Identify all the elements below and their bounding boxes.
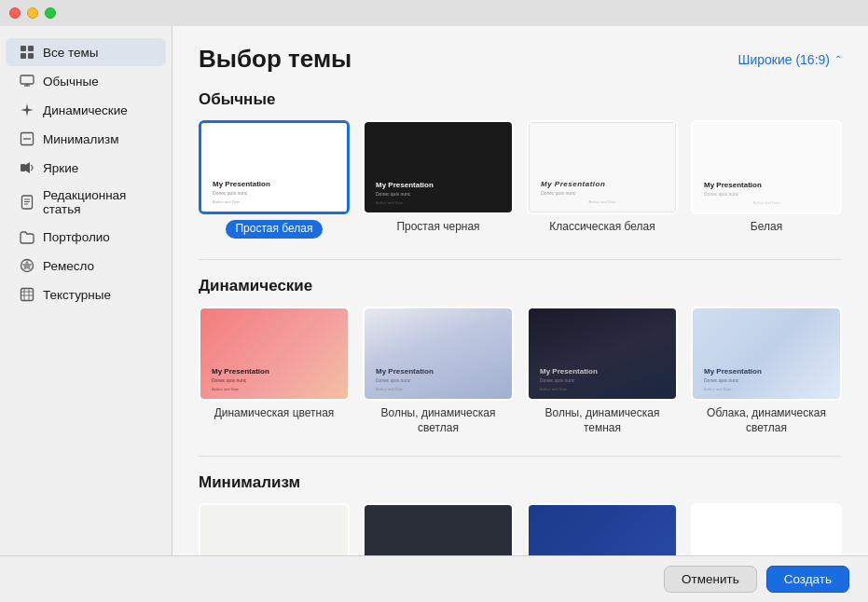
section-title-basic: Обычные [199,90,842,109]
theme-label-simple-white: Простая белая [226,220,322,239]
theme-thumbnail-simple-white[interactable]: My Presentation Donec quis nunc Author a… [199,120,350,214]
theme-grid-basic: My Presentation Donec quis nunc Author a… [199,120,842,239]
section-title-dynamic: Динамические [199,277,842,295]
minimize-button[interactable] [27,7,38,19]
theme-card-gradient-light[interactable]: My Presentation Donec quis nunc Author a… [691,503,842,555]
svg-rect-0 [21,46,26,51]
theme-card-waves-light[interactable]: My Presentation Donec quis nunc Author a… [363,307,514,435]
theme-thumbnail-dyn-color[interactable]: My Presentation Donec quis nunc Author a… [199,307,350,401]
sidebar-item-dynamic[interactable]: Динамические [6,96,166,124]
footer: Отменить Создать [0,555,868,602]
theme-card-simple-color[interactable]: My Presentation Donec quis nunc Author a… [527,503,678,555]
theme-card-minimal-light[interactable]: My Presentation Donec quis nunc Author a… [199,503,350,555]
theme-thumbnail-classic-white[interactable]: My Presentation Donec quis nunc Author a… [527,120,678,214]
theme-thumbnail-clouds-light[interactable]: My Presentation Donec quis nunc Author a… [691,307,842,401]
theme-thumbnail-waves-light[interactable]: My Presentation Donec quis nunc Author a… [363,307,514,401]
theme-thumbnail-simple-black[interactable]: My Presentation Donec quis nunc Author a… [363,120,514,214]
theme-label-dyn-color: Динамическая цветная [214,406,335,421]
theme-thumbnail-waves-dark[interactable]: My Presentation Donec quis nunc Author a… [527,307,678,401]
theme-card-minimal-dark[interactable]: My Presentation Donec quis nunc Author a… [363,503,514,555]
speaker-icon [19,159,35,176]
page-title: Выбор темы [199,45,351,74]
content-header: Выбор темы Широкие (16:9) ⌃ [199,45,842,74]
sidebar-label-portfolio: Портфолио [43,230,110,244]
svg-rect-1 [28,46,34,51]
chevron-icon: ⌃ [834,54,842,64]
theme-card-classic-white[interactable]: My Presentation Donec quis nunc Author a… [527,120,678,239]
sidebar-item-all[interactable]: Все темы [6,38,166,66]
svg-rect-4 [21,75,34,84]
sidebar-label-craft: Ремесло [43,259,94,273]
svg-rect-9 [21,164,25,171]
svg-rect-15 [21,289,34,301]
theme-grid-dynamic: My Presentation Donec quis nunc Author a… [199,307,842,435]
theme-thumbnail-simple-color[interactable]: My Presentation Donec quis nunc Author a… [527,503,678,555]
theme-thumbnail-gradient-light[interactable]: My Presentation Donec quis nunc Author a… [691,503,842,555]
aspect-label: Широкие (16:9) [738,52,830,67]
svg-rect-3 [28,53,34,59]
sidebar-item-craft[interactable]: Ремесло [6,252,166,280]
svg-rect-2 [21,53,26,59]
divider-basic-dynamic [199,259,842,260]
sparkle-icon [19,102,35,118]
square-dash-icon [19,130,35,147]
aspect-selector[interactable]: Широкие (16:9) ⌃ [738,52,842,67]
doc-icon [19,194,35,211]
sidebar-label-all: Все темы [43,46,99,60]
theme-label-clouds-light: Облака, динамическая светлая [691,406,842,435]
theme-card-simple-white[interactable]: My Presentation Donec quis nunc Author a… [199,120,350,239]
sidebar-label-bright: Яркие [43,161,78,175]
section-minimal: Минимализм My Presentation Donec quis nu… [199,473,842,555]
titlebar [0,0,868,26]
theme-label-simple-black: Простая черная [396,220,479,235]
sidebar-item-minimal[interactable]: Минимализм [6,125,166,153]
section-dynamic: Динамические My Presentation Donec quis … [199,277,842,435]
theme-label-waves-light: Волны, динамическая светлая [363,406,514,435]
section-basic: Обычные My Presentation Donec quis nunc … [199,90,842,239]
app-body: Все темы Обычные Динамические [0,26,868,555]
theme-thumbnail-minimal-light[interactable]: My Presentation Donec quis nunc Author a… [199,503,350,555]
monitor-icon [19,73,35,89]
sidebar-item-bright[interactable]: Яркие [6,154,166,182]
theme-card-simple-black[interactable]: My Presentation Donec quis nunc Author a… [363,120,514,239]
divider-dynamic-minimal [199,456,842,457]
sidebar-label-dynamic: Динамические [43,103,128,117]
sidebar: Все темы Обычные Динамические [0,26,172,555]
theme-label-classic-white: Классическая белая [549,220,655,235]
content-area: Выбор темы Широкие (16:9) ⌃ Обычные My P… [172,26,868,555]
sidebar-item-portfolio[interactable]: Портфолио [6,223,166,251]
theme-label-waves-dark: Волны, динамическая темная [527,406,678,435]
maximize-button[interactable] [45,7,56,19]
theme-grid-minimal: My Presentation Donec quis nunc Author a… [199,503,842,555]
folder-icon [19,228,35,245]
sidebar-item-editorial[interactable]: Редакционная статья [6,183,166,222]
craft-icon [19,257,35,274]
theme-thumbnail-white[interactable]: My Presentation Donec quis nunc Author a… [691,120,842,214]
close-button[interactable] [9,7,21,19]
theme-thumbnail-minimal-dark[interactable]: My Presentation Donec quis nunc Author a… [363,503,514,555]
theme-label-white: Белая [751,220,782,235]
grid-icon [19,44,35,61]
theme-card-white[interactable]: My Presentation Donec quis nunc Author a… [691,120,842,239]
sidebar-label-textured: Текстурные [43,288,111,302]
section-title-minimal: Минимализм [199,473,842,492]
theme-card-clouds-light[interactable]: My Presentation Donec quis nunc Author a… [691,307,842,435]
sidebar-label-minimal: Минимализм [43,132,118,146]
sidebar-item-textured[interactable]: Текстурные [6,280,166,308]
theme-card-waves-dark[interactable]: My Presentation Donec quis nunc Author a… [527,307,678,435]
sidebar-label-editorial: Редакционная статья [43,188,153,216]
theme-card-dyn-color[interactable]: My Presentation Donec quis nunc Author a… [199,307,350,435]
sidebar-item-basic[interactable]: Обычные [6,67,166,95]
sidebar-label-basic: Обычные [43,75,99,89]
cancel-button[interactable]: Отменить [664,566,757,593]
create-button[interactable]: Создать [766,566,849,593]
texture-icon [19,286,35,303]
